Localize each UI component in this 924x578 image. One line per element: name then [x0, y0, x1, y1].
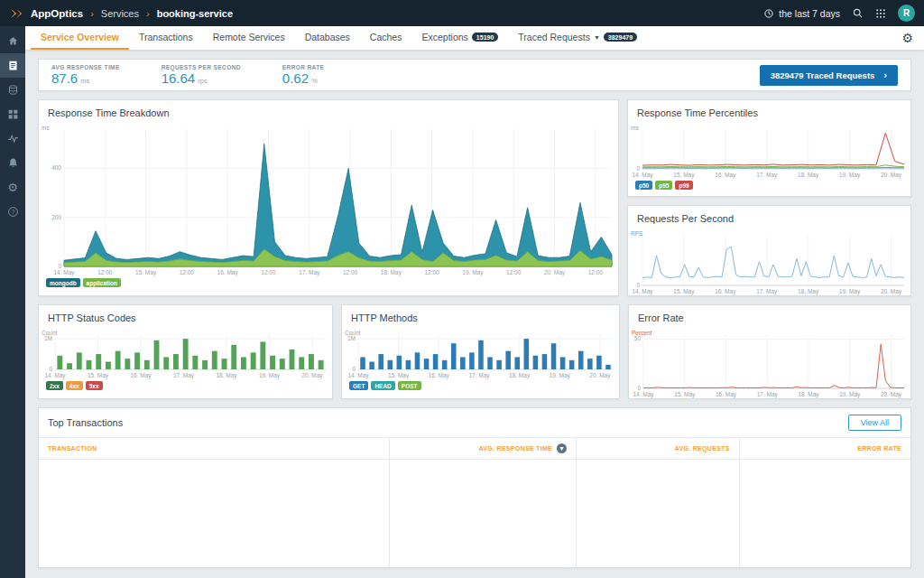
svg-text:18. May: 18. May [216, 372, 237, 379]
svg-text:12:00: 12:00 [97, 269, 113, 275]
requests-per-second-panel: Requests Per Second 14. May15. May16. Ma… [627, 205, 911, 296]
time-range-selector[interactable]: the last 7 days [763, 8, 840, 19]
legend-badge-p95[interactable]: p95 [655, 181, 672, 190]
brand-appoptics[interactable]: AppOptics [31, 8, 83, 19]
sidebar-item-alerts[interactable] [0, 151, 25, 175]
legend-badge-POST[interactable]: POST [398, 381, 421, 390]
sidebar-item-integrations[interactable] [0, 102, 25, 126]
svg-text:0: 0 [636, 165, 640, 172]
traced-requests-button-label: 3829479 Traced Requests [771, 70, 875, 80]
service-tabbar: Service Overview Transactions Remote Ser… [25, 26, 924, 51]
traced-requests-button[interactable]: 3829479 Traced Requests › [760, 65, 898, 86]
svg-text:18. May: 18. May [798, 391, 819, 398]
column-header-avg-requests[interactable]: AVG. REQUESTS [577, 438, 740, 459]
svg-text:15. May: 15. May [673, 288, 695, 295]
legend-badge-p50[interactable]: p50 [635, 181, 652, 190]
svg-text:17. May: 17. May [757, 391, 779, 398]
svg-text:15. May: 15. May [135, 269, 157, 276]
stat-requests-per-second: REQUESTS PER SECOND 16.64rps [162, 64, 241, 86]
tab-transactions[interactable]: Transactions [129, 26, 203, 50]
database-icon [7, 84, 19, 96]
tab-caches[interactable]: Caches [360, 26, 412, 50]
response-time-breakdown-chart: 14. May12:0015. May12:0016. May12:0017. … [39, 121, 618, 276]
view-all-button[interactable]: View All [848, 415, 901, 431]
legend-badge-5xx[interactable]: 5xx [86, 381, 103, 390]
column-header-avg-response-time[interactable]: AVG. RESPONSE TIME ▼ [390, 438, 577, 459]
dashboard-content: AVG RESPONSE TIME 87.6ms REQUESTS PER SE… [25, 51, 924, 578]
svg-text:16. May: 16. May [429, 372, 450, 379]
column-header-error-rate[interactable]: ERROR RATE [740, 438, 910, 459]
legend-badge-GET[interactable]: GET [349, 381, 368, 390]
legend-badge-4xx[interactable]: 4xx [66, 381, 83, 390]
charts-row-1: Response Time Breakdown 14. May12:0015. … [38, 99, 911, 296]
svg-text:18. May: 18. May [509, 372, 531, 379]
svg-text:14. May: 14. May [53, 269, 75, 276]
tab-label: Service Overview [41, 32, 119, 42]
chart-legend: p50p95p99 [628, 179, 910, 195]
svg-text:18. May: 18. May [381, 269, 402, 276]
breadcrumb-separator-icon: › [146, 8, 150, 19]
breadcrumb-separator-icon: › [90, 8, 94, 19]
svg-text:14. May: 14. May [632, 172, 653, 179]
sidebar-item-settings[interactable]: ⚙ [0, 175, 25, 200]
sort-descending-icon[interactable]: ▼ [557, 443, 567, 453]
svg-text:19. May: 19. May [839, 288, 861, 295]
svg-text:20. May: 20. May [589, 372, 611, 379]
http-status-codes-chart: 14. May15. May16. May17. May18. May19. M… [39, 326, 332, 379]
breadcrumb-services[interactable]: Services [101, 8, 139, 19]
svg-text:14. May: 14. May [632, 288, 653, 295]
svg-text:1M: 1M [347, 335, 356, 341]
chart-legend: 2xx4xx5xx [39, 379, 332, 396]
tab-label: Caches [370, 32, 402, 42]
tab-service-overview[interactable]: Service Overview [31, 26, 129, 50]
exceptions-count-badge: 15190 [472, 33, 498, 42]
svg-text:12:00: 12:00 [180, 269, 195, 275]
sidebar-item-metrics[interactable] [0, 126, 25, 151]
legend-badge-HEAD[interactable]: HEAD [371, 381, 394, 390]
tab-remote-services[interactable]: Remote Services [203, 26, 295, 50]
legend-badge-p99[interactable]: p99 [675, 181, 692, 190]
services-report-icon [7, 60, 19, 71]
legend-badge-mongodb[interactable]: mongodb [46, 278, 80, 287]
svg-text:19. May: 19. May [839, 172, 861, 179]
search-icon[interactable] [852, 7, 864, 19]
error-rate-panel: Error Rate 14. May15. May16. May17. May1… [628, 304, 911, 399]
tab-exceptions[interactable]: Exceptions 15190 [411, 26, 508, 50]
transactions-table-header: TRANSACTION AVG. RESPONSE TIME ▼ AVG. RE… [39, 437, 910, 460]
tab-settings-gear-icon[interactable]: ⚙ [901, 26, 919, 50]
legend-badge-2xx[interactable]: 2xx [46, 381, 63, 390]
transactions-table-body [39, 460, 910, 568]
requests-per-second-chart: 14. May15. May16. May17. May18. May19. M… [628, 227, 910, 295]
sidebar-item-help[interactable]: ? [0, 200, 25, 224]
sidebar-item-databases[interactable] [0, 78, 25, 102]
charts-row-2: HTTP Status Codes 14. May15. May16. May1… [38, 304, 911, 399]
svg-text:ms: ms [42, 125, 50, 131]
svg-text:12:00: 12:00 [424, 269, 439, 275]
table-column-area [740, 460, 910, 568]
svg-text:0: 0 [636, 282, 640, 288]
column-header-label: AVG. RESPONSE TIME [479, 445, 553, 452]
app-switcher-grid-icon[interactable] [875, 8, 886, 19]
column-header-transaction[interactable]: TRANSACTION [39, 438, 390, 459]
tab-databases[interactable]: Databases [295, 26, 360, 50]
tab-label: Databases [305, 32, 350, 42]
table-column-area [577, 460, 740, 568]
traced-requests-count-badge: 3829479 [604, 33, 637, 42]
tab-label: Remote Services [213, 32, 285, 42]
sidebar-item-services[interactable] [0, 53, 25, 78]
svg-text:0: 0 [352, 366, 356, 372]
panel-title: HTTP Methods [342, 305, 619, 326]
sidebar-nav: ⚙ ? [0, 26, 25, 578]
tab-traced-requests[interactable]: Traced Requests ▼ 3829479 [508, 26, 647, 50]
svg-text:16. May: 16. May [715, 288, 736, 295]
solarwinds-logo-icon[interactable] [9, 7, 25, 20]
svg-text:17. May: 17. May [756, 288, 778, 295]
user-avatar[interactable]: R [898, 5, 915, 22]
sidebar-item-home[interactable] [0, 29, 25, 53]
summary-stats-bar: AVG RESPONSE TIME 87.6ms REQUESTS PER SE… [38, 59, 911, 91]
svg-text:Count: Count [345, 330, 361, 336]
legend-badge-application[interactable]: application [83, 278, 121, 287]
svg-text:15. May: 15. May [88, 372, 109, 379]
svg-text:17. May: 17. May [173, 372, 195, 379]
svg-text:17. May: 17. May [756, 172, 778, 179]
